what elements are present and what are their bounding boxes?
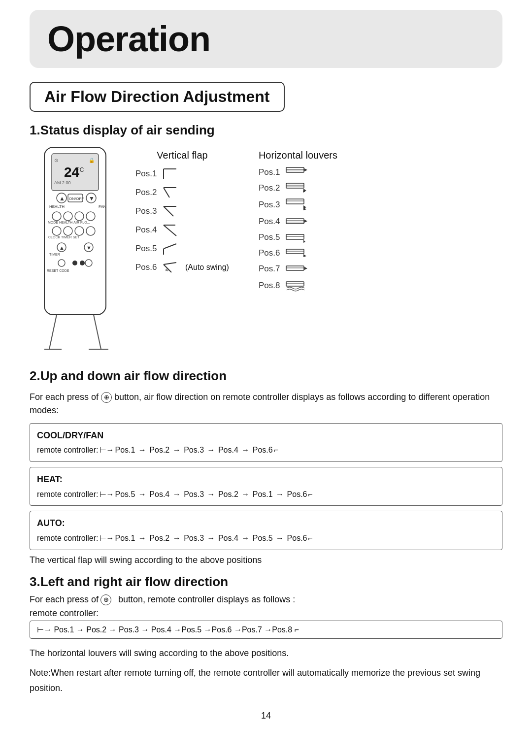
page-title: Operation (47, 19, 210, 59)
restart-note: Note:When restart after remote turning o… (30, 665, 502, 695)
svg-point-33 (85, 260, 92, 266)
vflap-pos5: Pos.5 (135, 242, 229, 256)
svg-rect-61 (286, 199, 304, 204)
auto-sequence: remote controller: ⊢→ Pos.1 → Pos.2 → Po… (37, 531, 495, 546)
vflap-pos4: Pos.4 (135, 223, 229, 237)
positions-container: Vertical flap Pos.1 Pos.2 (135, 145, 502, 295)
svg-rect-52 (286, 167, 304, 172)
cool-dry-fan-sequence: remote controller: ⊢→ Pos.1 → Pos.2 → Po… (37, 443, 495, 458)
svg-line-47 (164, 244, 176, 249)
svg-text:FAN: FAN (99, 204, 106, 209)
page-container: Operation Air Flow Direction Adjustment … (0, 0, 532, 756)
svg-text:▼: ▼ (86, 245, 92, 251)
hlouver-pos6-icon (286, 248, 307, 259)
hlouver-pos4: Pos.4 (259, 216, 337, 227)
title-box: Operation (30, 10, 502, 68)
svg-line-36 (94, 315, 101, 349)
svg-text:🔒: 🔒 (89, 157, 95, 164)
vflap-pos1-icon (163, 167, 180, 181)
svg-text:▲: ▲ (59, 245, 65, 251)
hlouver-pos6: Pos.6 (259, 248, 337, 259)
svg-marker-55 (304, 168, 307, 171)
hlouver-pos8-icon (286, 279, 307, 292)
svg-marker-74 (303, 254, 306, 257)
cool-dry-fan-label: COOL/DRY/FAN (37, 427, 495, 443)
flow-section: 2.Up and down air flow direction For eac… (30, 368, 502, 565)
lr-flow-section: 3.Left and right air flow direction For … (30, 574, 502, 696)
hlouver-pos4-icon (286, 216, 307, 227)
svg-point-21 (64, 227, 72, 235)
remote-control-image: 24 °C ⊙ 🔒 AM 2:00 ▲ ON/OFF ▼ HEALTH FAN (30, 145, 121, 354)
svg-text:RESET CODE: RESET CODE (47, 269, 69, 272)
subsection3-title: 3.Left and right air flow direction (30, 574, 502, 590)
hlouver-pos8: Pos.8 (259, 279, 337, 292)
heat-label: HEAT: (37, 471, 495, 487)
svg-text:▲: ▲ (59, 195, 65, 202)
auto-box: AUTO: remote controller: ⊢→ Pos.1 → Pos.… (30, 511, 502, 550)
svg-text:⊙: ⊙ (54, 158, 58, 163)
svg-point-20 (52, 227, 61, 235)
subsection2-title: 2.Up and down air flow direction (30, 368, 502, 384)
svg-point-30 (58, 260, 65, 266)
hlouver-pos5-icon (286, 232, 307, 243)
hlouver-pos7-icon (286, 263, 307, 274)
svg-line-46 (164, 225, 176, 236)
hlouver-pos7: Pos.7 (259, 263, 337, 274)
vflap-pos1: Pos.1 (135, 167, 229, 181)
vflap-pos2-icon (163, 186, 180, 199)
hlouver-pos3: Pos.3 (259, 198, 337, 211)
svg-rect-69 (286, 234, 304, 239)
svg-text:MODE  HEALTH-AIR FLO...: MODE HEALTH-AIR FLO... (48, 221, 90, 224)
status-section: 24 °C ⊙ 🔒 AM 2:00 ▲ ON/OFF ▼ HEALTH FAN (30, 145, 502, 354)
svg-text:HEALTH: HEALTH (49, 204, 65, 209)
svg-rect-56 (286, 183, 304, 188)
lr-intro-text: For each press of⊕ button, remote contro… (30, 594, 502, 605)
vflap-pos6-icon: ≋ (163, 261, 180, 274)
svg-text:▼: ▼ (89, 195, 95, 202)
horizontal-note: The horizontal louvers will swing accord… (30, 646, 502, 661)
svg-line-35 (49, 315, 57, 349)
hlouver-pos1-icon (286, 167, 307, 178)
vflap-pos5-icon (163, 242, 180, 256)
svg-point-17 (75, 212, 84, 221)
vflap-pos6: Pos.6 ≋ (Auto swing) (135, 261, 229, 274)
svg-text:ON/OFF: ON/OFF (69, 197, 84, 201)
hlouver-pos2: Pos.2 (259, 183, 337, 194)
flow-intro-text: For each press of ⊕ button, air flow dir… (30, 391, 502, 417)
svg-text:AM 2:00: AM 2:00 (54, 180, 71, 185)
vflap-pos4-icon (163, 223, 180, 237)
heat-box: HEAT: remote controller: ⊢→ Pos.5 → Pos.… (30, 467, 502, 506)
hlouver-pos3-icon (286, 198, 307, 211)
svg-point-23 (86, 227, 95, 235)
hlouver-pos2-icon (286, 183, 307, 194)
flow-button-icon: ⊕ (101, 392, 112, 403)
svg-marker-71 (303, 240, 305, 243)
svg-marker-68 (304, 220, 307, 223)
svg-line-49 (164, 263, 176, 264)
vertical-flap-label: Vertical flap (135, 150, 229, 161)
auto-label: AUTO: (37, 515, 495, 531)
svg-point-32 (80, 261, 85, 265)
vertical-note: The vertical flap will swing according t… (30, 555, 502, 565)
svg-line-42 (164, 188, 169, 197)
hlouver-pos5: Pos.5 (259, 232, 337, 243)
vflap-pos3: Pos.3 (135, 204, 229, 218)
horizontal-louvers-label: Horizontal louvers (259, 150, 337, 161)
svg-point-16 (64, 212, 72, 221)
vflap-pos3-icon (163, 204, 180, 218)
vflap-pos2: Pos.2 (135, 186, 229, 199)
heat-sequence: remote controller: ⊢→ Pos.5 → Pos.4 → Po… (37, 488, 495, 502)
svg-text:≋: ≋ (165, 267, 169, 272)
page-number: 14 (30, 711, 502, 721)
svg-point-31 (72, 261, 77, 265)
svg-point-18 (86, 212, 95, 221)
svg-marker-77 (304, 267, 307, 270)
svg-point-15 (52, 212, 61, 221)
footer-notes: The horizontal louvers will swing accord… (30, 646, 502, 696)
lr-remote-label: remote controller: (30, 608, 502, 619)
svg-text:CLOCK  TIMER  SET: CLOCK TIMER SET (48, 235, 80, 239)
svg-text:°C: °C (77, 166, 84, 173)
hlouver-pos1: Pos.1 (259, 167, 337, 178)
svg-text:TIMER: TIMER (49, 253, 60, 256)
vertical-flap-group: Vertical flap Pos.1 Pos.2 (135, 150, 229, 295)
